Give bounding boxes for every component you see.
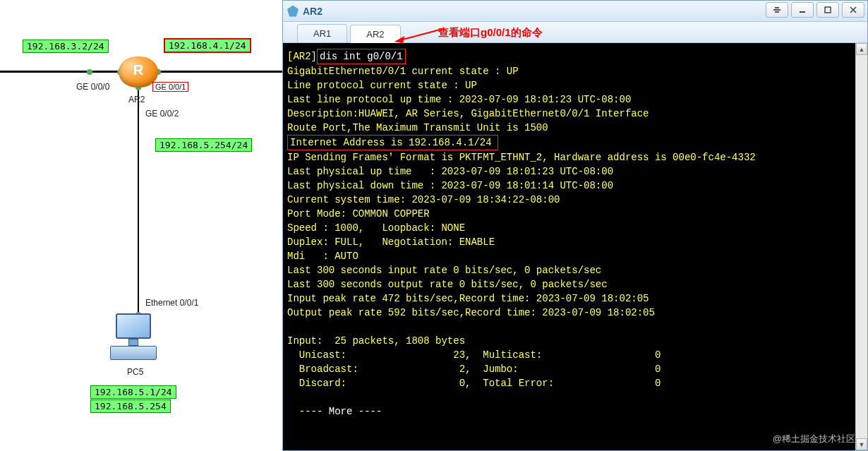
ip-label-right: 192.168.4.1/24 <box>164 38 251 53</box>
svg-rect-4 <box>825 7 831 13</box>
term-more: ---- More ---- <box>287 406 382 417</box>
term-line: Duplex: FULL, Negotiation: ENABLE <box>287 236 495 248</box>
pc5-node[interactable] <box>110 313 161 363</box>
svg-rect-2 <box>775 11 779 13</box>
terminal-output[interactable]: [AR2]dis int g0/0/1 GigabitEthernet0/0/1… <box>283 43 867 450</box>
scroll-down-button[interactable]: ▼ <box>856 438 867 450</box>
term-line: GigabitEthernet0/0/1 current state : UP <box>287 66 519 77</box>
tab-ar2[interactable]: AR2 <box>350 25 400 43</box>
ip-label-left: 192.168.3.2/24 <box>23 40 109 53</box>
svg-rect-3 <box>800 11 805 13</box>
term-line: Line protocol current state : UP <box>287 80 477 91</box>
svg-rect-0 <box>773 9 780 11</box>
pc-ip2: 192.168.5.254 <box>90 399 171 413</box>
ip-label-bottom: 192.168.5.254/24 <box>155 138 252 152</box>
vertical-scrollbar[interactable]: ▲ ▼ <box>855 43 867 450</box>
annotation-arrow-icon <box>394 23 444 43</box>
svg-line-7 <box>400 29 442 40</box>
app-icon <box>287 6 299 17</box>
pc-label: PC5 <box>127 367 143 377</box>
port-label-ge001: GE 0/0/1 <box>152 82 188 92</box>
maximize-button[interactable] <box>816 2 839 18</box>
term-line: Input peak rate 472 bits/sec,Record time… <box>287 293 649 304</box>
prompt-host: [AR2] <box>287 51 317 62</box>
topology-panel: 192.168.3.2/24 192.168.4.1/24 192.168.5.… <box>0 0 282 451</box>
link-vertical <box>138 85 139 318</box>
term-line: Input: 25 packets, 1808 bytes <box>287 335 465 347</box>
watermark: @稀土掘金技术社区 <box>773 433 855 445</box>
term-line-ip: Internet Address is 192.168.4.1/24 <box>290 137 492 148</box>
titlebar[interactable]: AR2 <box>283 1 867 22</box>
svg-rect-1 <box>775 7 779 8</box>
term-line: Discard: 0, Total Error: 0 <box>287 378 661 389</box>
tab-strip: AR1 AR2 查看端口g0/0/1的命令 <box>283 22 867 43</box>
close-button[interactable] <box>842 2 864 18</box>
pc-monitor-icon <box>116 313 151 339</box>
pc-stand-icon <box>128 339 138 346</box>
term-line: Route Port,The Maximum Transmit Unit is … <box>287 122 548 133</box>
tab-ar1[interactable]: AR1 <box>297 24 347 42</box>
term-line: Current system time: 2023-07-09 18:34:22… <box>287 194 560 205</box>
port-dot <box>87 69 92 75</box>
term-line: Speed : 1000, Loopback: NONE <box>287 222 465 234</box>
pc-box-icon <box>110 346 157 360</box>
term-line: Last physical up time : 2023-07-09 18:01… <box>287 166 613 177</box>
term-line: Mdi : AUTO <box>287 251 358 262</box>
scroll-up-button[interactable]: ▲ <box>856 43 867 55</box>
annotation-text: 查看端口g0/0/1的命令 <box>438 26 543 40</box>
term-line: Output peak rate 592 bits/sec,Record tim… <box>287 307 655 318</box>
pc-ip1: 192.168.5.1/24 <box>90 385 176 399</box>
window-controls <box>766 1 867 21</box>
prompt-cmd: dis int g0/0/1 <box>320 51 403 62</box>
terminal-window: AR2 AR1 AR2 查看端口g0/0/1的命令 [AR2]dis int g… <box>282 0 868 451</box>
term-line: Last 300 seconds output rate 0 bits/sec,… <box>287 279 608 290</box>
pc-port-label: Ethernet 0/0/1 <box>145 298 198 308</box>
term-line: Port Mode: COMMON COPPER <box>287 208 430 220</box>
option-button[interactable] <box>766 2 788 18</box>
term-line: IP Sending Frames' Format is PKTFMT_ETHN… <box>287 152 756 163</box>
term-line: Last line protocol up time : 2023-07-09 … <box>287 94 631 105</box>
port-label-ge002: GE 0/0/2 <box>145 109 179 119</box>
port-label-ge000: GE 0/0/0 <box>76 82 109 92</box>
minimize-button[interactable] <box>791 2 814 18</box>
term-line: Description:HUAWEI, AR Series, GigabitEt… <box>287 108 649 119</box>
term-line: Last physical down time : 2023-07-09 18:… <box>287 180 613 191</box>
router-label: AR2 <box>128 95 145 104</box>
window-title: AR2 <box>303 6 323 17</box>
term-line: Last 300 seconds input rate 0 bits/sec, … <box>287 265 601 276</box>
term-line: Unicast: 23, Multicast: 0 <box>287 349 661 361</box>
term-line: Broadcast: 2, Jumbo: 0 <box>287 363 661 375</box>
